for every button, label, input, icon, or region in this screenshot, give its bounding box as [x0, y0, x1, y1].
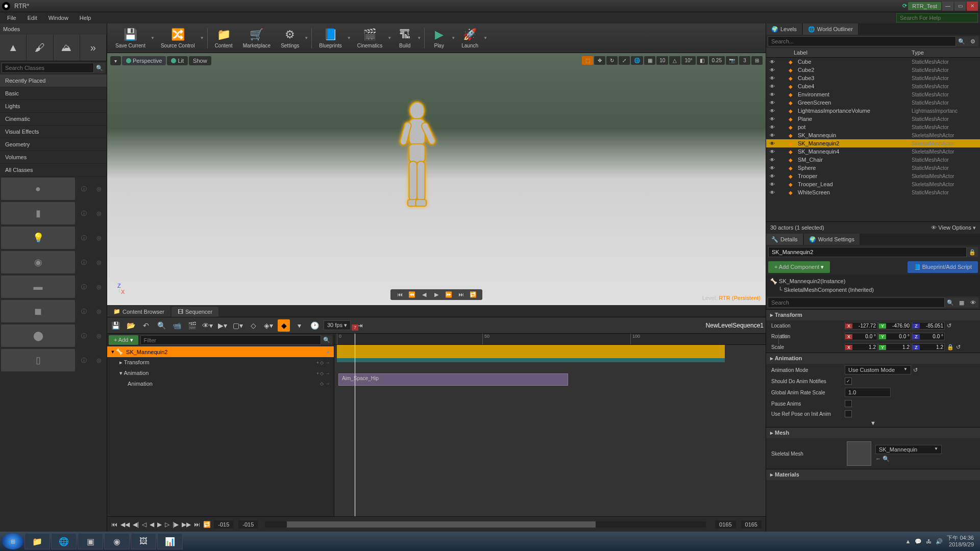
- track-animation-sub[interactable]: Animation◇ →: [107, 379, 334, 389]
- visibility-icon[interactable]: 👁: [768, 84, 776, 89]
- seq-render-icon[interactable]: 🎬: [186, 319, 198, 332]
- pause-checkbox[interactable]: [845, 400, 852, 407]
- asset-cylinder[interactable]: ▮: [1, 202, 75, 224]
- tab-sequencer[interactable]: 🎞 Sequencer: [172, 307, 218, 317]
- outliner-row[interactable]: 👁◆CubeStaticMeshActor: [766, 58, 980, 66]
- seq-toend-icon[interactable]: ⏭: [194, 521, 200, 528]
- mesh-dropdown[interactable]: SK_Mannequin▼: [875, 445, 942, 454]
- mode-landscape-icon[interactable]: ⛰: [54, 35, 80, 61]
- timeline[interactable]: 0 50 100 150 Aim_Space_Hip 7: [334, 334, 766, 516]
- toolbar-cinematics[interactable]: 🎬Cinematics: [352, 26, 387, 51]
- asset-pointlight[interactable]: 💡: [1, 227, 75, 249]
- asset-info-icon[interactable]: ⓘ: [76, 323, 91, 348]
- outliner-row[interactable]: 👁◆SK_Mannequin2SkeletalMeshActor: [766, 139, 980, 147]
- seq-stepfwd-icon[interactable]: ▶▶: [182, 521, 191, 528]
- component-instance[interactable]: 🦴 SK_Mannequin2(Instance): [770, 277, 976, 286]
- search-icon[interactable]: 🔍: [94, 63, 105, 73]
- asset-info-icon[interactable]: ⓘ: [76, 201, 91, 226]
- toolbar-launch[interactable]: 🚀Launch: [456, 26, 483, 51]
- task-unreal[interactable]: ◉: [104, 533, 130, 549]
- seq-nextframe-icon[interactable]: ▷: [165, 521, 169, 528]
- visibility-icon[interactable]: 👁: [768, 157, 776, 163]
- section-materials[interactable]: ▸ Materials: [766, 469, 980, 480]
- track-root[interactable]: ▾ 🦴 SK_Mannequin2+: [107, 346, 334, 357]
- actor-lock-icon[interactable]: 🔒: [967, 247, 978, 257]
- category-visual-effects[interactable]: Visual Effects: [0, 126, 107, 138]
- outliner-row[interactable]: 👁◆SK_Mannequin4SkeletalMeshActor: [766, 147, 980, 156]
- track-transform[interactable]: ▸ Transform+ ◇ →: [107, 357, 334, 368]
- search-classes-input[interactable]: [2, 63, 94, 73]
- tab-details[interactable]: 🔧 Details: [766, 234, 803, 245]
- menu-edit[interactable]: Edit: [22, 13, 42, 22]
- mannequin-actor[interactable]: [384, 98, 450, 252]
- asset-cone[interactable]: ▯: [1, 349, 75, 371]
- category-cinematic[interactable]: Cinematic: [0, 113, 107, 126]
- asset-pin-icon[interactable]: ◎: [91, 299, 107, 323]
- outliner-row[interactable]: 👁◆potStaticMeshActor: [766, 123, 980, 131]
- location-y-input[interactable]: [886, 322, 911, 329]
- source-control-icon[interactable]: ⟳: [902, 3, 907, 9]
- visibility-icon[interactable]: 👁: [768, 59, 776, 65]
- refpose-checkbox[interactable]: [845, 410, 852, 417]
- section-mesh[interactable]: ▸ Mesh: [766, 427, 980, 438]
- viewport-perspective[interactable]: Perspective: [122, 56, 166, 65]
- location-z-input[interactable]: [920, 322, 944, 329]
- actor-name-input[interactable]: [768, 247, 967, 257]
- asset-pin-icon[interactable]: ◎: [91, 177, 107, 201]
- viewport-selectmode-icon[interactable]: ⬚: [582, 56, 593, 65]
- seq-scrubber[interactable]: [265, 521, 706, 528]
- task-epic[interactable]: ▣: [78, 533, 103, 549]
- seq-stepback-icon[interactable]: ◀◀: [120, 521, 130, 528]
- visibility-icon[interactable]: 👁: [768, 100, 776, 106]
- viewport-camspeed-icon[interactable]: 📷: [726, 56, 738, 65]
- viewport-show[interactable]: Show: [189, 56, 211, 65]
- playback-tostart-icon[interactable]: ⏮: [395, 291, 405, 298]
- notifies-checkbox[interactable]: ✓: [845, 378, 852, 385]
- visibility-icon[interactable]: 👁: [768, 133, 776, 138]
- outliner-row[interactable]: 👁◆Cube3StaticMeshActor: [766, 74, 980, 82]
- category-volumes[interactable]: Volumes: [0, 151, 107, 164]
- viewport-anglesnap-icon[interactable]: △: [669, 56, 680, 65]
- menu-window[interactable]: Window: [43, 13, 74, 22]
- viewport-scalesize[interactable]: 0.25: [709, 56, 725, 65]
- seq-undo-icon[interactable]: ↶: [140, 319, 152, 332]
- menu-file[interactable]: File: [2, 13, 21, 22]
- asset-bulb[interactable]: ◉: [1, 251, 75, 273]
- asset-info-icon[interactable]: ⓘ: [76, 299, 91, 323]
- tray-network-icon[interactable]: 🖧: [926, 538, 932, 544]
- outliner-col-label[interactable]: Label: [794, 49, 912, 56]
- expand-icon[interactable]: ▼: [870, 420, 876, 426]
- location-x-input[interactable]: [852, 322, 877, 329]
- outliner-row[interactable]: 👁◆Trooper_LeadSkeletalMeshActor: [766, 180, 980, 188]
- blueprint-add-script-button[interactable]: 📘 Blueprint/Add Script: [908, 261, 978, 273]
- visibility-icon[interactable]: 👁: [768, 173, 776, 179]
- viewport-anglesize[interactable]: 10°: [681, 56, 695, 65]
- system-clock[interactable]: 下午 04:362018/9/29: [947, 535, 974, 548]
- playback-loop-icon[interactable]: 🔁: [468, 291, 478, 298]
- add-component-button[interactable]: + Add Component ▾: [768, 261, 830, 273]
- outliner-row[interactable]: 👁◆WhiteScreenStaticMeshActor: [766, 188, 980, 196]
- seq-clock-icon[interactable]: 🕐: [308, 319, 321, 332]
- tray-volume-icon[interactable]: 🔊: [936, 538, 943, 545]
- tray-balloon-icon[interactable]: 💬: [915, 538, 922, 545]
- seq-prevkey-icon[interactable]: ◀|: [133, 521, 139, 528]
- minimize-button[interactable]: —: [942, 2, 953, 11]
- viewport-gridsize[interactable]: 10: [656, 56, 668, 65]
- section-transform[interactable]: ▸ Transform: [766, 309, 980, 320]
- task-app1[interactable]: 🖼: [131, 533, 156, 549]
- seq-camera-icon[interactable]: 📹: [170, 319, 183, 332]
- seq-key-icon[interactable]: ◇: [247, 319, 259, 332]
- close-button[interactable]: ✕: [967, 2, 978, 11]
- help-search-input[interactable]: [896, 13, 978, 22]
- viewport-snap-grid-icon[interactable]: ▦: [644, 56, 655, 65]
- category-geometry[interactable]: Geometry: [0, 138, 107, 151]
- asset-pin-icon[interactable]: ◎: [91, 274, 107, 299]
- section-animation[interactable]: ▸ Animation: [766, 353, 980, 364]
- details-eye-icon[interactable]: 👁: [967, 297, 978, 308]
- seq-tostart-icon[interactable]: ⏮: [111, 521, 117, 528]
- seq-fps-dropdown[interactable]: 30 fps ▾: [324, 320, 351, 330]
- toolbar-play[interactable]: ▶Play: [427, 26, 451, 51]
- reset-icon[interactable]: ↺: [947, 322, 951, 329]
- outliner-col-type[interactable]: Type: [912, 49, 978, 56]
- asset-info-icon[interactable]: ⓘ: [76, 250, 91, 274]
